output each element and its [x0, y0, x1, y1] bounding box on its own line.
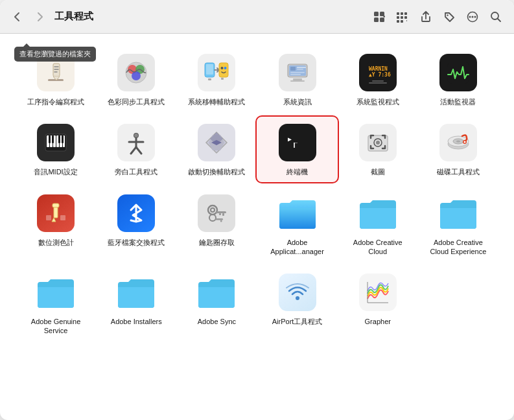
app-item-system-info[interactable]: 系統資訊 — [257, 47, 337, 111]
icon-wrapper — [35, 272, 76, 313]
app-item-terminal[interactable]: ▶ _ 終端機 — [257, 117, 337, 181]
folder-item-adobe-cc-exp[interactable]: Adobe Creative Cloud Experience — [418, 187, 498, 262]
folder-item-adobe-sync[interactable]: Adobe Sync — [176, 266, 257, 341]
icon-wrapper — [35, 52, 76, 93]
app-label: Adobe Creative Cloud Experience — [429, 238, 487, 257]
tag-button[interactable] — [439, 8, 460, 26]
icon-wrapper — [277, 52, 318, 93]
app-label: AirPort工具程式 — [272, 317, 323, 326]
app-item-screenshot[interactable]: 截圖 — [338, 117, 418, 181]
finder-window: 查看您瀏覽過的檔案夾 工具程式 — [0, 0, 514, 420]
svg-rect-5 — [401, 12, 403, 15]
svg-point-15 — [469, 16, 471, 18]
folder-item-adobe-app-manager[interactable]: Adobe Applicat...anager — [257, 187, 337, 262]
svg-point-80 — [456, 141, 460, 143]
icon-wrapper — [196, 192, 237, 234]
app-item-migration[interactable]: 系統移轉輔助程式 — [176, 47, 257, 111]
icon-wrapper — [35, 122, 76, 163]
app-item-system-monitor[interactable]: WARNIN ▲Y 7:36 系統監視程式 — [338, 47, 418, 111]
app-label: 活動監視器 — [440, 97, 476, 106]
icon-wrapper — [357, 272, 399, 313]
svg-rect-73 — [294, 143, 295, 148]
svg-rect-47 — [369, 82, 387, 84]
svg-point-16 — [474, 16, 476, 18]
svg-rect-83 — [53, 204, 59, 207]
svg-rect-9 — [404, 16, 407, 19]
app-item-digital-color[interactable]: 數位測色計 — [16, 187, 96, 262]
share-button[interactable] — [415, 8, 436, 26]
app-item-activity-monitor[interactable]: 活動監視器 — [418, 47, 498, 111]
app-item-startup[interactable]: 啟動切換輔助程式 — [176, 117, 257, 181]
svg-point-95 — [296, 296, 299, 300]
svg-point-14 — [472, 16, 474, 18]
svg-rect-94 — [220, 220, 222, 222]
title-bar: 查看您瀏覽過的檔案夾 工具程式 — [0, 0, 514, 34]
svg-rect-0 — [374, 12, 379, 16]
svg-rect-38 — [290, 67, 296, 71]
icon-wrapper — [196, 272, 237, 313]
app-item-bluetooth[interactable]: 藍牙檔案交換程式 — [96, 187, 176, 262]
app-label: 系統移轉輔助程式 — [188, 97, 245, 106]
svg-rect-7 — [397, 16, 399, 19]
app-label: 鑰匙圈存取 — [199, 238, 235, 247]
app-item-airport[interactable]: AirPort工具程式 — [257, 266, 337, 341]
icon-wrapper — [277, 272, 318, 313]
app-item-midi[interactable]: 音訊MIDI設定 — [16, 117, 96, 181]
app-item-grapher[interactable]: Grapher — [338, 266, 418, 341]
svg-rect-37 — [290, 80, 305, 82]
app-label: 系統監視程式 — [356, 97, 399, 106]
svg-rect-39 — [297, 67, 306, 68]
folder-item-adobe-genuine[interactable]: Adobe Genuine Service — [16, 266, 96, 341]
app-item-terminal-editor[interactable]: 工序指令編寫程式 — [16, 47, 96, 111]
svg-rect-89 — [216, 211, 226, 213]
icon-wrapper — [438, 192, 479, 234]
search-button[interactable] — [485, 8, 506, 26]
svg-rect-91 — [219, 213, 221, 215]
folder-item-adobe-installers[interactable]: Adobe Installers — [96, 266, 176, 341]
app-label: Adobe Installers — [111, 317, 162, 326]
icon-wrapper — [196, 52, 237, 93]
svg-text:WARNIN: WARNIN — [369, 66, 388, 72]
svg-rect-84 — [54, 207, 58, 218]
svg-rect-90 — [222, 213, 224, 216]
svg-text:▲Y 7:36: ▲Y 7:36 — [369, 72, 391, 78]
svg-line-64 — [131, 147, 136, 154]
app-label: Adobe Creative Cloud — [349, 238, 407, 257]
app-item-disk-utility[interactable]: 磁碟工具程式 — [418, 117, 498, 181]
svg-line-65 — [136, 147, 141, 154]
svg-text:_: _ — [294, 135, 298, 143]
svg-point-92 — [209, 215, 216, 221]
svg-rect-86 — [60, 215, 65, 220]
app-label: 數位測色計 — [38, 238, 74, 247]
app-item-color-sync[interactable]: 色彩同步工具程式 — [96, 47, 176, 111]
svg-rect-30 — [219, 63, 228, 77]
svg-rect-19 — [53, 64, 60, 76]
forward-button[interactable] — [31, 8, 49, 26]
app-label: 旁白工具程式 — [115, 167, 158, 176]
svg-rect-28 — [206, 64, 213, 75]
svg-rect-3 — [380, 18, 384, 22]
svg-rect-93 — [215, 218, 223, 220]
svg-point-12 — [447, 14, 448, 16]
list-view-button[interactable] — [392, 8, 413, 26]
svg-rect-46 — [372, 80, 384, 82]
icon-wrapper — [196, 122, 237, 163]
app-item-voiceover[interactable]: 旁白工具程式 — [96, 117, 176, 181]
action-button[interactable] — [462, 8, 483, 26]
window-title: 工具程式 — [54, 10, 364, 23]
svg-point-82 — [463, 141, 465, 143]
folder-item-adobe-cc[interactable]: Adobe Creative Cloud — [338, 187, 418, 262]
back-button[interactable] — [8, 8, 26, 26]
app-label: 色彩同步工具程式 — [108, 97, 165, 106]
content-area: 工序指令編寫程式 色彩同步工具程式 — [0, 34, 514, 420]
svg-point-26 — [132, 71, 141, 80]
grid-view-button[interactable] — [369, 8, 390, 26]
svg-point-76 — [376, 141, 380, 145]
svg-rect-8 — [401, 16, 403, 19]
svg-point-88 — [211, 208, 215, 212]
app-item-keychain[interactable]: 鑰匙圈存取 — [176, 187, 257, 262]
svg-rect-48 — [447, 62, 469, 84]
app-label: 磁碟工具程式 — [437, 167, 480, 176]
icon-wrapper — [277, 192, 318, 234]
svg-rect-1 — [380, 12, 384, 16]
